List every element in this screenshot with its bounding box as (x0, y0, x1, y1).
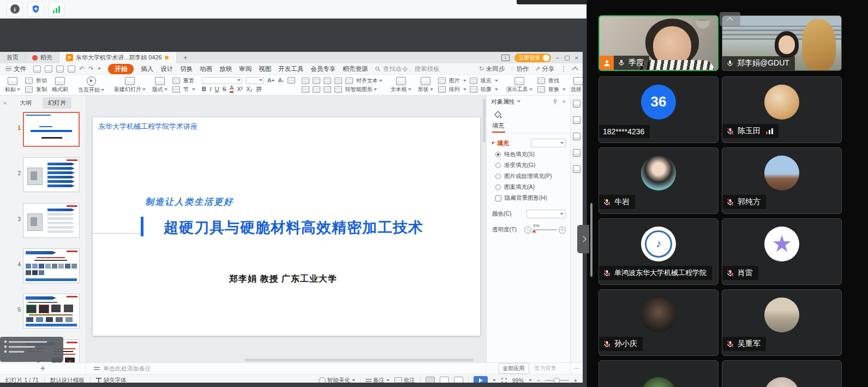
ribbon-tab-design[interactable]: 设计 (160, 65, 173, 73)
option-solid-fill[interactable]: 纯色填充(S) (495, 151, 570, 158)
font-name-select[interactable] (202, 77, 242, 84)
present-tools-button[interactable]: 演示工具 (505, 77, 534, 93)
chevron-down-icon[interactable] (98, 68, 101, 70)
subscript-button[interactable]: X₂ (246, 86, 253, 92)
slide[interactable]: 东华大学机械工程学院学术讲座 制造让人类生活更好 超硬刀具与硬脆材料高效精密加工… (93, 117, 480, 336)
sidebar-expand-handle[interactable] (577, 225, 589, 253)
shapes-button[interactable]: 形状 (416, 77, 435, 93)
slide-thumbnail-3[interactable] (23, 203, 80, 238)
participant-tile[interactable]: 季霞 (598, 15, 719, 71)
window-mode-icon[interactable]: 1 (501, 55, 510, 61)
play-from-current-button[interactable]: 当页开始 (76, 76, 106, 94)
command-search[interactable]: 查找命令、搜索模板 (375, 65, 440, 73)
notes-toggle-button[interactable]: 备注 (366, 377, 390, 383)
strike-button[interactable]: S (223, 86, 226, 92)
copy-button[interactable]: 复制 (25, 86, 47, 93)
zoom-slider-knob[interactable] (554, 378, 560, 383)
tab-docer[interactable]: 稻壳 (26, 52, 59, 63)
slide-thumbnail-1[interactable] (23, 112, 80, 147)
option-pattern-fill[interactable]: 图案填充(A) (495, 183, 570, 191)
option-hide-background[interactable]: 隐藏背景图形(H) (495, 194, 570, 202)
slide-thumbnail-5[interactable] (23, 294, 80, 329)
collaborate-button[interactable]: ◌ 协作 (511, 65, 529, 73)
pin-icon[interactable] (552, 99, 558, 105)
outline-panel-icon[interactable] (573, 133, 580, 140)
participant-tile[interactable]: 吴重军 (722, 289, 842, 356)
file-menu[interactable]: 文件 (5, 65, 26, 73)
set-background-button[interactable]: 置为背景 (532, 364, 559, 373)
transparency-slider[interactable]: 0% (533, 229, 557, 230)
arrange-button[interactable]: 排列 (438, 86, 466, 93)
tab-document[interactable]: P 东华大学机学术讲...郑李娟 0426 (59, 52, 177, 63)
line-spacing-icon[interactable] (345, 78, 353, 84)
close-panel-icon[interactable]: × (562, 98, 566, 105)
zoom-in-button[interactable]: + (574, 377, 577, 383)
option-gradient-fill[interactable]: 渐变填充(G) (495, 162, 570, 169)
login-button[interactable]: 立即登录 (514, 53, 551, 62)
slide-canvas[interactable]: 东华大学机械工程学院学术讲座 制造让人类生活更好 超硬刀具与硬脆材料高效精密加工… (86, 96, 486, 362)
color-select[interactable] (526, 210, 566, 218)
layout-button[interactable]: 版式 (151, 77, 169, 93)
ribbon-tab-dev[interactable]: 开发工具 (278, 65, 303, 73)
slide-slogan-text[interactable]: 制造让人类生活更好 (145, 197, 234, 208)
section-button[interactable]: 节 (172, 86, 195, 93)
preview-icon[interactable] (68, 66, 75, 73)
more-options-button[interactable]: ⋯ (570, 363, 583, 374)
bold-button[interactable]: B (202, 86, 206, 92)
participant-tile[interactable] (598, 360, 719, 387)
outdent-icon[interactable] (324, 78, 331, 84)
indent-icon[interactable] (334, 78, 342, 84)
participant-tile[interactable]: 陈玉田 (722, 76, 842, 143)
beautify-button[interactable]: 智能美化 (319, 377, 355, 383)
redo-icon[interactable]: ↷ (88, 66, 94, 72)
participant-tile[interactable]: 36 182****4236 (598, 76, 719, 143)
selection-panel-icon[interactable] (573, 149, 580, 157)
design-template-label[interactable]: 默认设计模板 (50, 377, 85, 383)
horizontal-scrollbar[interactable] (244, 359, 474, 361)
collapse-panel-button[interactable] (720, 12, 740, 26)
tab-home[interactable]: 首页 (0, 52, 26, 63)
more-menu-button[interactable]: ⋮ (561, 65, 567, 73)
save-icon[interactable] (33, 66, 41, 73)
slide-title-text[interactable]: 超硬刀具与硬脆材料高效精密加工技术 (164, 218, 423, 237)
collapse-panel-icon[interactable]: « (3, 99, 7, 106)
slideshow-play-button[interactable] (474, 376, 488, 383)
participants-scrollbar[interactable] (590, 203, 592, 277)
fill-style-select[interactable] (531, 139, 566, 147)
undo-icon[interactable]: ↶ (79, 66, 85, 72)
cut-button[interactable]: 剪切 (25, 77, 47, 85)
slide-author-text[interactable]: 郑李娟 教授 广东工业大学 (229, 273, 337, 285)
print-icon[interactable] (56, 66, 64, 73)
fill-button[interactable]: 填充 (470, 77, 498, 85)
participant-tile[interactable]: ♪ 单鸿波东华大学机械工程学院 (598, 218, 719, 285)
normal-view-button[interactable] (426, 377, 435, 383)
zoom-level[interactable]: 99% (512, 377, 524, 383)
ribbon-tab-slideshow[interactable]: 放映 (219, 65, 232, 73)
share-button[interactable]: ↗ 分享 (535, 65, 554, 73)
tab-outline[interactable]: 大纲 (14, 97, 37, 109)
option-picture-fill[interactable]: 图片或纹理填充(P) (495, 172, 570, 180)
clear-format-icon[interactable] (288, 77, 295, 84)
notes-bar[interactable]: 单击此处添加备注 (86, 363, 486, 374)
smartart-button[interactable]: 转智能图形 (345, 86, 377, 93)
comments-button[interactable]: 批注 (394, 377, 415, 383)
textbox-button[interactable]: 文本框 (389, 77, 413, 93)
add-slide-button[interactable]: + (40, 364, 45, 373)
participant-tile[interactable]: 郭纯方 (722, 147, 842, 214)
ribbon-tab-review[interactable]: 审阅 (239, 65, 252, 73)
new-tab-button[interactable]: + (177, 52, 194, 63)
align-text-button[interactable]: 对齐文本 (356, 77, 382, 85)
find-button[interactable]: 查找 (537, 77, 566, 85)
restore-button[interactable]: ▢ (564, 54, 570, 61)
ribbon-tab-start[interactable]: 开始 (108, 64, 134, 74)
bullet-list-icon[interactable] (302, 78, 309, 84)
slide-sorter-view-button[interactable] (440, 377, 449, 383)
zoom-slider[interactable] (545, 380, 569, 381)
export-icon[interactable] (45, 66, 52, 73)
reset-button[interactable]: 重置 (172, 77, 195, 85)
participant-tile[interactable]: ★ 肖雷 (722, 218, 842, 285)
paste-button[interactable]: 粘贴 (3, 77, 22, 93)
phonetic-button[interactable]: 拼 (256, 85, 262, 93)
participant-tile[interactable] (722, 360, 842, 387)
ribbon-tab-docer-res[interactable]: 稻壳资源 (343, 65, 368, 73)
